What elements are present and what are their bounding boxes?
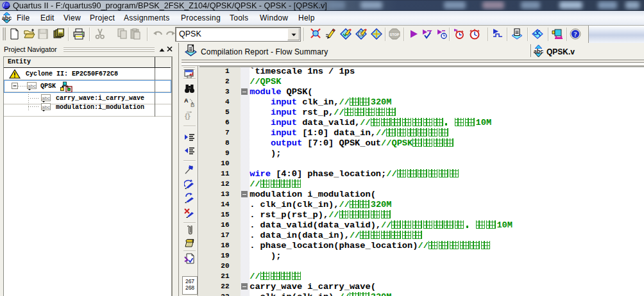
svg-text:abc: abc	[534, 48, 543, 54]
svg-text:?: ?	[574, 31, 577, 38]
svg-text:abc: abc	[42, 104, 50, 110]
svg-text:abc: abc	[42, 95, 50, 101]
svg-text:STOP: STOP	[390, 33, 400, 37]
svg-text:abc: abc	[2, 15, 12, 21]
svg-text:{}: {}	[185, 112, 191, 120]
svg-text:A: A	[184, 97, 189, 104]
svg-text:abc: abc	[28, 83, 36, 89]
